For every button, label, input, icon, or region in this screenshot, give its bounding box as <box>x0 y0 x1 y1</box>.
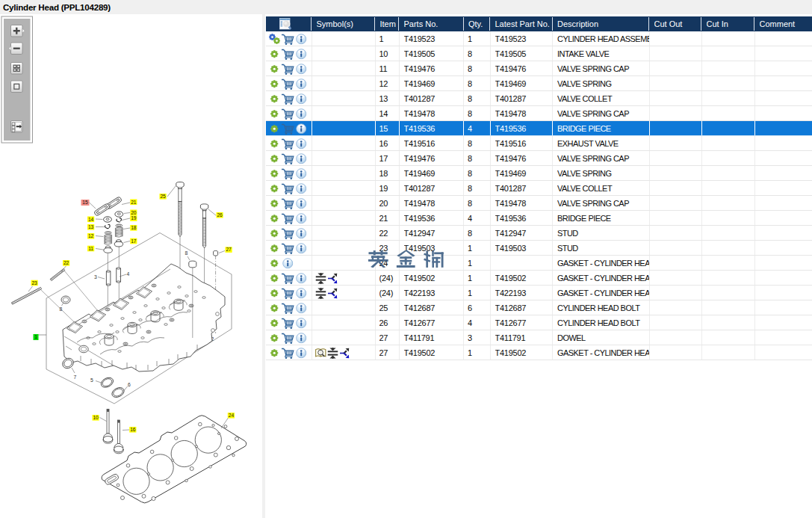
svg-text:6: 6 <box>128 382 131 387</box>
svg-text:5: 5 <box>90 377 93 383</box>
svg-text:7: 7 <box>74 374 77 380</box>
svg-text:8: 8 <box>185 250 188 256</box>
svg-text:27: 27 <box>226 247 232 252</box>
svg-text:15: 15 <box>82 200 88 205</box>
svg-text:12: 12 <box>88 233 94 238</box>
svg-text:18: 18 <box>131 225 137 230</box>
svg-text:3: 3 <box>94 274 97 280</box>
svg-text:20: 20 <box>131 210 137 215</box>
svg-text:19: 19 <box>131 215 137 221</box>
svg-text:23: 23 <box>31 280 37 286</box>
svg-text:24: 24 <box>229 413 235 418</box>
svg-text:11: 11 <box>88 246 93 251</box>
svg-text:4: 4 <box>127 271 130 277</box>
svg-text:21: 21 <box>131 200 137 205</box>
svg-text:8: 8 <box>60 306 63 312</box>
svg-text:16: 16 <box>130 427 136 432</box>
svg-text:10: 10 <box>93 415 99 420</box>
svg-text:17: 17 <box>131 238 137 244</box>
svg-text:1: 1 <box>34 334 37 339</box>
svg-text:25: 25 <box>160 194 166 199</box>
svg-text:13: 13 <box>88 224 94 229</box>
svg-text:22: 22 <box>63 260 69 265</box>
svg-text:14: 14 <box>88 217 94 222</box>
svg-text:26: 26 <box>217 212 223 218</box>
